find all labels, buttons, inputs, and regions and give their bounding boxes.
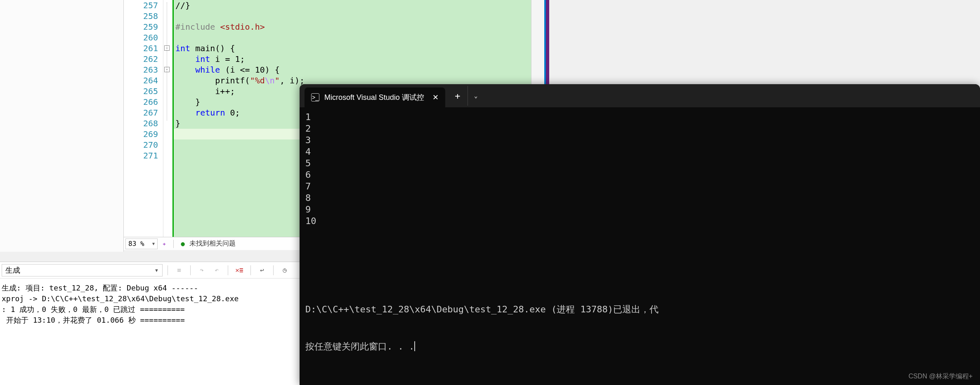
step-over-icon: ↷ xyxy=(196,264,208,276)
code-line[interactable]: //} xyxy=(175,0,544,11)
check-icon: ● xyxy=(177,238,189,250)
code-line[interactable]: #include <stdio.h> xyxy=(175,21,544,32)
terminal-window: >_ Microsoft Visual Studio 调试控 ✕ + ⌄ 1 2… xyxy=(300,84,980,385)
line-number: 259 xyxy=(124,21,158,32)
terminal-tab-title: Microsoft Visual Studio 调试控 xyxy=(324,92,424,102)
exit-message: D:\C\C++\test_12_28\x64\Debug\test_12_28… xyxy=(305,303,974,316)
separator xyxy=(273,265,274,275)
line-number: 258 xyxy=(124,11,158,21)
issues-status-text: 未找到相关问题 xyxy=(189,239,236,248)
terminal-footer: D:\C\C++\test_12_28\x64\Debug\test_12_28… xyxy=(305,279,974,378)
clear-output-icon[interactable]: ✕≡ xyxy=(233,264,246,276)
clock-icon[interactable]: ◷ xyxy=(279,264,291,276)
code-line[interactable]: int i = 1; xyxy=(175,54,544,64)
tab-dropdown-icon[interactable]: ⌄ xyxy=(468,86,484,106)
line-number: 265 xyxy=(124,86,158,97)
new-tab-button[interactable]: + xyxy=(448,86,468,106)
code-line[interactable] xyxy=(175,32,544,43)
chevron-down-icon: ▼ xyxy=(154,268,159,273)
terminal-titlebar[interactable]: >_ Microsoft Visual Studio 调试控 ✕ + ⌄ xyxy=(300,84,980,107)
output-filter-value: 生成 xyxy=(5,265,20,275)
line-number: 257 xyxy=(124,0,158,11)
line-number: 270 xyxy=(124,139,158,150)
line-number: 260 xyxy=(124,32,158,43)
separator xyxy=(168,265,168,275)
line-number: 268 xyxy=(124,118,158,129)
line-number: 262 xyxy=(124,54,158,64)
console-icon: >_ xyxy=(311,93,319,102)
separator xyxy=(250,265,251,275)
output-filter-select[interactable]: 生成 ▼ xyxy=(2,264,163,276)
line-number: 266 xyxy=(124,97,158,107)
separator xyxy=(173,240,174,248)
line-number: 269 xyxy=(124,129,158,139)
press-key-prompt: 按任意键关闭此窗口. . . xyxy=(305,340,974,353)
chevron-down-icon: ▼ xyxy=(152,241,155,246)
line-number: 267 xyxy=(124,107,158,118)
terminal-output[interactable]: 1 2 3 4 5 6 7 8 9 10 xyxy=(300,107,980,231)
line-number: 264 xyxy=(124,75,158,86)
zoom-select[interactable]: 83 % ▼ xyxy=(125,239,158,249)
code-line[interactable] xyxy=(175,11,544,21)
line-number: 271 xyxy=(124,150,158,161)
fold-column[interactable]: -- xyxy=(163,0,172,237)
separator xyxy=(228,265,228,275)
lightbulb-icon[interactable]: ✦ xyxy=(158,238,170,250)
step-back-icon: ↶ xyxy=(210,264,223,276)
line-number: 261 xyxy=(124,43,158,54)
separator xyxy=(190,265,191,275)
side-panel xyxy=(0,0,124,252)
indent-left-icon: ≡ xyxy=(173,264,185,276)
close-icon[interactable]: ✕ xyxy=(432,93,439,102)
word-wrap-icon[interactable]: ↩ xyxy=(256,264,268,276)
line-number-gutter: 2572582592602612622632642652662672682692… xyxy=(124,0,163,237)
line-number: 263 xyxy=(124,64,158,75)
terminal-tab[interactable]: >_ Microsoft Visual Studio 调试控 ✕ xyxy=(305,87,445,107)
cursor xyxy=(414,341,415,351)
code-line[interactable]: while (i <= 10) { xyxy=(175,64,544,75)
watermark: CSDN @林采学编程+ xyxy=(909,372,973,381)
code-line[interactable]: int main() { xyxy=(175,43,544,54)
zoom-value: 83 % xyxy=(128,240,144,248)
